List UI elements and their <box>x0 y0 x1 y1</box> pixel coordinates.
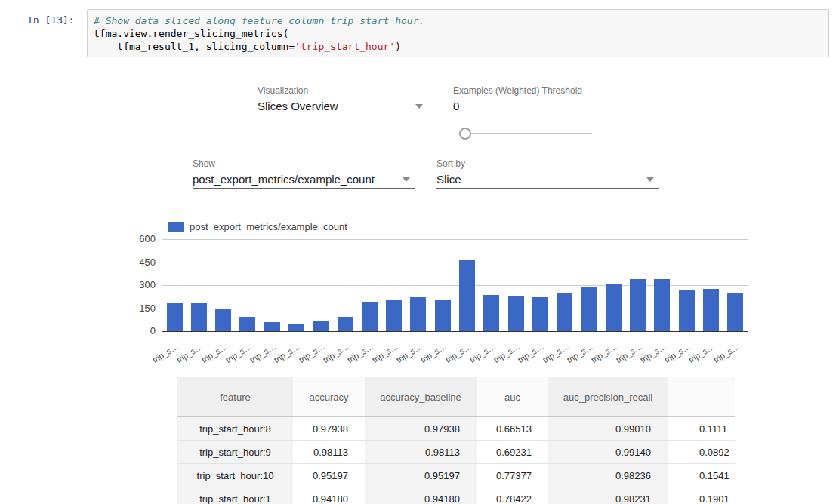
metric-cell: 0.98113 <box>365 441 477 464</box>
y-axis-tick-label: 450 <box>121 257 156 268</box>
metric-cell: 0.99010 <box>548 417 668 441</box>
bar[interactable] <box>606 284 622 331</box>
bar[interactable] <box>191 303 207 331</box>
y-axis-tick-label: 600 <box>121 233 156 244</box>
bar[interactable] <box>532 297 548 331</box>
metric-cell: 0.94180 <box>293 487 365 504</box>
bar[interactable] <box>386 300 402 331</box>
bar[interactable] <box>264 322 280 331</box>
bar[interactable] <box>679 290 695 331</box>
show-label: Show <box>193 158 215 169</box>
cell-prompt: In [13]: <box>27 14 82 26</box>
visualization-underline <box>258 115 431 115</box>
bar[interactable] <box>410 297 426 331</box>
metric-cell: 0.66513 <box>477 417 548 441</box>
metrics-table-container: featureaccuracyaccuracy_baselineaucauc_p… <box>177 377 735 504</box>
metric-cell: 0.98236 <box>548 464 668 487</box>
feature-cell: trip_start_hour:9 <box>177 441 293 464</box>
code-cell[interactable]: # Show data sliced along feature column … <box>87 9 829 57</box>
chevron-down-icon[interactable] <box>646 177 654 182</box>
bar[interactable] <box>630 279 646 331</box>
metric-cell: 0.77377 <box>477 464 548 487</box>
bar[interactable] <box>313 321 329 331</box>
metric-cell: 0.94180 <box>365 487 477 504</box>
metric-cell: 0.98113 <box>293 441 365 464</box>
visualization-label: Visualization <box>258 85 308 96</box>
bar[interactable] <box>727 293 743 331</box>
sort-by-label: Sort by <box>436 158 465 169</box>
show-dropdown[interactable]: post_export_metrics/example_count <box>193 173 375 186</box>
code-line-3-close: ) <box>395 41 401 52</box>
metric-cell: 0.1541 <box>668 464 735 487</box>
column-header[interactable]: accuracy_baseline <box>365 377 477 417</box>
visualization-dropdown[interactable]: Slices Overview <box>258 100 338 112</box>
metrics-table: featureaccuracyaccuracy_baselineaucauc_p… <box>177 377 735 504</box>
table-row[interactable]: trip_start_hour:100.951970.951970.773770… <box>177 464 735 487</box>
legend-swatch <box>168 222 184 232</box>
bar[interactable] <box>239 317 255 331</box>
chevron-down-icon[interactable] <box>403 177 410 182</box>
metric-cell: 0.95197 <box>365 464 477 487</box>
threshold-slider-handle[interactable] <box>459 128 471 140</box>
metric-cell: 0.1901 <box>668 487 735 504</box>
notebook-page: In [13]: # Show data sliced along featur… <box>0 0 839 504</box>
feature-cell: trip_start_hour:8 <box>177 417 293 441</box>
threshold-input[interactable]: 0 <box>453 100 459 112</box>
bar[interactable] <box>483 295 499 331</box>
code-comment: # Show data sliced along feature column … <box>94 15 424 26</box>
feature-cell: trip_start_hour:10 <box>177 464 293 487</box>
threshold-underline <box>453 115 641 115</box>
table-row[interactable]: trip_start_hour:10.941800.941800.784220.… <box>177 487 735 504</box>
metric-cell: 0.97938 <box>365 417 477 441</box>
gridline <box>162 263 748 263</box>
legend-label: post_export_metrics/example_count <box>190 221 347 232</box>
sort-underline <box>436 188 659 189</box>
metric-cell: 0.99140 <box>548 441 668 464</box>
feature-cell: trip_start_hour:1 <box>177 487 293 504</box>
y-axis-tick-label: 0 <box>121 325 156 337</box>
column-header[interactable]: average_los <box>668 377 735 417</box>
column-header[interactable]: auc_precision_recall <box>548 377 668 417</box>
bar[interactable] <box>362 302 378 331</box>
y-axis-tick-label: 150 <box>121 303 156 314</box>
metric-cell: 0.0892 <box>668 441 735 464</box>
metric-cell: 0.97938 <box>293 417 365 441</box>
metric-cell: 0.98231 <box>548 487 668 504</box>
bar[interactable] <box>581 287 597 331</box>
bar[interactable] <box>703 289 719 331</box>
sort-by-dropdown[interactable]: Slice <box>436 173 461 186</box>
metric-cell: 0.1111 <box>668 417 735 441</box>
x-axis-line <box>162 331 748 332</box>
bar[interactable] <box>435 300 451 331</box>
table-row[interactable]: trip_start_hour:80.979380.979380.665130.… <box>177 417 735 441</box>
code-line-3: tfma_result_1, slicing_column= <box>94 41 295 52</box>
chevron-down-icon[interactable] <box>415 104 423 109</box>
metric-cell: 0.69231 <box>477 441 548 464</box>
bar[interactable] <box>557 293 572 331</box>
y-axis-tick-label: 300 <box>121 279 156 290</box>
show-underline <box>193 188 415 189</box>
bar[interactable] <box>338 317 353 331</box>
bar[interactable] <box>459 260 475 331</box>
code-string: 'trip_start_hour' <box>295 41 395 52</box>
column-header[interactable]: auc <box>477 377 548 417</box>
bar[interactable] <box>167 303 183 331</box>
threshold-slider-track[interactable] <box>466 133 592 134</box>
metric-cell: 0.78422 <box>477 487 548 504</box>
code-line-2: tfma.view.render_slicing_metrics( <box>94 28 288 39</box>
table-row[interactable]: trip_start_hour:90.981130.981130.692310.… <box>177 441 735 464</box>
bar[interactable] <box>508 296 524 331</box>
bar[interactable] <box>288 324 304 331</box>
gridline <box>162 239 748 240</box>
column-header[interactable]: accuracy <box>293 377 365 417</box>
column-header[interactable]: feature <box>177 377 293 417</box>
bar[interactable] <box>654 279 670 331</box>
bar[interactable] <box>215 309 231 331</box>
metric-cell: 0.95197 <box>293 464 365 487</box>
threshold-label: Examples (Weighted) Threshold <box>453 85 582 96</box>
